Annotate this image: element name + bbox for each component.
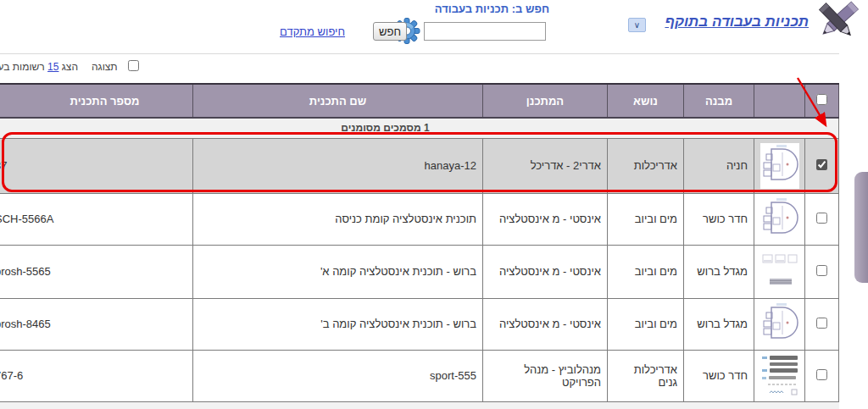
table-row[interactable]: חדר כושראדריכלות גניםמנהלוביץ - מנהל הפר…	[0, 350, 839, 401]
building-cell: מגדל ברוש	[684, 245, 754, 298]
plan-number-cell: SCH-5566A	[0, 193, 193, 245]
floor-plan-thumbnail[interactable]	[760, 317, 800, 329]
subject-cell: מים וביוב	[608, 245, 684, 298]
records-count-link[interactable]: 15	[47, 61, 58, 73]
results-panel: תצוגה הצג 15 רשומות בעמוד מבנהנושאהמתכנן…	[0, 53, 839, 409]
table-header-row: מבנהנושאהמתכנןשם התכניתמספר התכנית	[0, 84, 839, 118]
row-select-cell	[805, 350, 839, 401]
subject-cell: מים וביוב	[608, 298, 684, 350]
row-select-checkbox[interactable]	[816, 213, 827, 224]
page-title-link[interactable]: תכניות בעבודה בתוקף	[665, 14, 809, 30]
column-header-number: מספר התכנית	[0, 84, 193, 118]
schedule-doc-thumbnail[interactable]	[760, 368, 800, 381]
advanced-search-link[interactable]: חיפוש מתקדם	[280, 25, 345, 38]
column-header-name: שם התכנית	[193, 84, 483, 118]
subject-cell: אדריכלות גנים	[608, 350, 684, 401]
search-input[interactable]	[424, 22, 546, 41]
row-select-checkbox[interactable]	[816, 265, 827, 276]
planner-cell: אינסטי - מ אינסטלציה	[483, 298, 608, 350]
plan-name: hanaya-12	[425, 159, 476, 172]
plan-thumbnail-cell	[754, 298, 805, 350]
table-row[interactable]: חדר כושרמים וביובאינסטי - מ אינסטלציהתוכ…	[0, 193, 839, 245]
building-cell: חדר כושר	[684, 193, 754, 245]
plan-name: ברוש - תוכנית אינסטלציה קומה א'	[320, 265, 476, 278]
search-scope-caption: חפש ב: תכניות בעבודה	[435, 3, 549, 15]
plan-name: sport-555	[430, 369, 476, 382]
planner-cell: אינסטי - מ אינסטלציה	[483, 245, 608, 298]
table-row[interactable]: מגדל ברושמים וביובאינסטי - מ אינסטלציהבר…	[0, 298, 839, 350]
row-select-checkbox[interactable]	[816, 159, 827, 170]
floor-plan-thumbnail[interactable]	[760, 212, 800, 224]
column-header-thumb	[754, 84, 805, 118]
floor-plan-thumbnail[interactable]	[760, 158, 800, 171]
planner-cell: אינסטי - מ אינסטלציה	[483, 193, 608, 245]
row-select-cell	[805, 298, 839, 350]
plan-name: תוכנית אינסטלציה קומת כניסה	[335, 213, 476, 225]
plan-thumbnail-cell	[754, 138, 805, 193]
elevations-thumbnail[interactable]	[760, 264, 800, 277]
subject-cell: אדריכלות	[608, 138, 684, 193]
search-button[interactable]: חפש	[373, 22, 407, 41]
select-all-checkbox[interactable]	[816, 94, 827, 105]
side-panel-tab[interactable]	[854, 172, 868, 283]
planner-cell: מנהלוביץ - מנהל הפרויקט	[483, 350, 608, 401]
plans-table: מבנהנושאהמתכנןשם התכניתמספר התכנית 1 מסמ…	[0, 83, 839, 402]
column-header-check[interactable]	[805, 84, 839, 118]
plan-name: ברוש - תוכנית אינסטלציה קומה ב'	[320, 318, 476, 330]
records-per-page-text: הצג 15 רשומות בעמוד	[0, 61, 78, 73]
table-row[interactable]: חניהאדריכלותאדרי2 - אדריכלhanaya-1237	[0, 138, 839, 193]
plan-number-cell: brosh-5565	[0, 245, 193, 298]
marked-documents-row: 1 מסמכים מסומנים	[0, 118, 839, 138]
planner-cell: אדרי2 - אדריכל	[483, 138, 608, 193]
plan-name-cell: ברוש - תוכנית אינסטלציה קומה ב'	[193, 298, 483, 350]
plan-number-cell: brosh-8465	[0, 298, 193, 350]
row-select-cell	[805, 193, 839, 245]
page: { "header": { "title": "תכניות בעבודה בת…	[0, 0, 868, 409]
row-select-cell	[805, 245, 839, 298]
plan-thumbnail-cell	[754, 350, 805, 401]
column-header-planner: המתכנן	[483, 84, 608, 118]
column-header-subject: נושא	[608, 84, 684, 118]
table-footer	[0, 402, 839, 409]
display-toggle-checkbox[interactable]	[128, 60, 139, 71]
plan-number-cell: 37	[0, 138, 193, 193]
plan-number-cell: 767-6	[0, 350, 193, 401]
plan-thumbnail-cell	[754, 193, 805, 245]
marked-documents-summary: 1 מסמכים מסומנים	[0, 118, 839, 138]
crossed-pencils-icon	[810, 0, 866, 44]
records-suffix: רשומות בעמוד	[0, 61, 45, 73]
building-cell: מגדל ברוש	[684, 298, 754, 350]
row-select-checkbox[interactable]	[816, 318, 827, 329]
building-cell: חניה	[684, 138, 754, 193]
row-select-checkbox[interactable]	[816, 369, 827, 380]
display-label: תצוגה	[92, 61, 118, 73]
row-select-cell	[805, 138, 839, 193]
plan-name-cell: תוכנית אינסטלציה קומת כניסה	[193, 193, 483, 245]
plan-thumbnail-cell	[754, 245, 805, 298]
column-header-building: מבנה	[684, 84, 754, 118]
list-controls: תצוגה הצג 15 רשומות בעמוד	[0, 54, 839, 83]
plan-name-cell: hanaya-12	[193, 138, 483, 193]
plan-name-cell: ברוש - תוכנית אינסטלציה קומה א'	[193, 245, 483, 298]
building-cell: חדר כושר	[684, 350, 754, 401]
plan-name-cell: sport-555	[193, 350, 483, 401]
title-dropdown-button[interactable]: ∨	[628, 18, 646, 32]
subject-cell: מים וביוב	[608, 193, 684, 245]
table-row[interactable]: מגדל ברושמים וביובאינסטי - מ אינסטלציהבר…	[0, 245, 839, 298]
records-prefix: הצג	[62, 61, 78, 73]
